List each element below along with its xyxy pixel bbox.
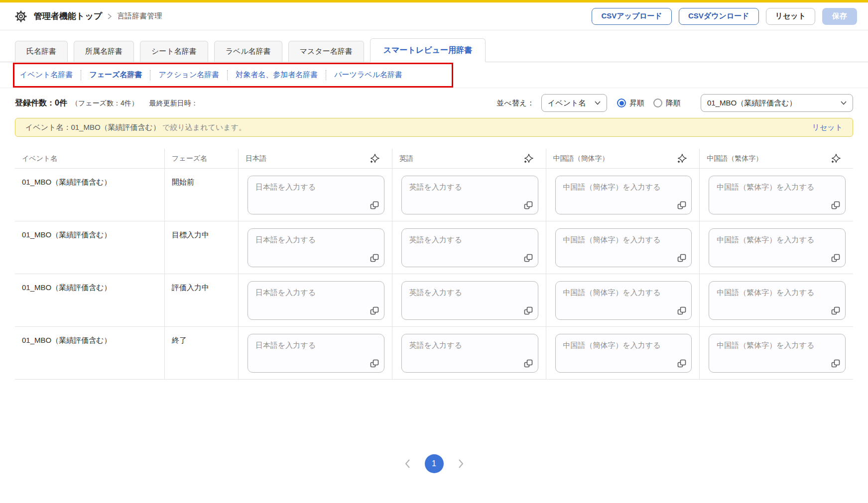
radio-descending-label: 降順 [666, 99, 681, 108]
english-input[interactable] [402, 334, 538, 372]
copy-icon[interactable] [523, 201, 533, 210]
filter-banner-text: イベント名：01_MBO（業績評価含む） で絞り込まれています。 [25, 123, 246, 132]
column-header-chinese-traditional-label: 中国語（繁体字） [707, 154, 762, 163]
copy-icon[interactable] [677, 359, 687, 369]
chinese-traditional-input[interactable] [709, 176, 845, 214]
copy-icon[interactable] [831, 201, 841, 210]
sort-order-group: 昇順 降順 [617, 99, 681, 108]
japanese-input-box [248, 281, 384, 320]
table-header-row: イベント名 フェーズ名 日本語 英語 中国語（簡体字） 中国語（繁体字） [15, 149, 853, 169]
copy-icon[interactable] [677, 201, 687, 210]
sort-key-select[interactable]: イベント名 [541, 94, 607, 112]
copy-icon[interactable] [831, 306, 841, 316]
subtab-divider [81, 70, 81, 80]
radio-ascending[interactable]: 昇順 [617, 99, 644, 108]
column-header-japanese: 日本語 [238, 149, 392, 168]
cell-phase-name: 目標入力中 [164, 221, 238, 274]
radio-ascending-circle [617, 99, 626, 107]
japanese-input[interactable] [248, 176, 384, 214]
cell-chinese-traditional [699, 274, 853, 326]
csv-download-button[interactable]: CSVダウンロード [679, 8, 759, 25]
tab-smart-review-dictionary[interactable]: スマートレビュー用辞書 [370, 38, 486, 62]
registered-count: 登録件数：0件 [15, 98, 67, 108]
copy-icon[interactable] [370, 253, 379, 263]
japanese-input[interactable] [248, 282, 384, 319]
tab-name-dictionary[interactable]: 氏名辞書 [15, 41, 68, 62]
gear-icon [15, 10, 27, 22]
cell-phase-name: 終了 [164, 327, 238, 379]
japanese-input[interactable] [248, 334, 384, 372]
english-input[interactable] [402, 282, 538, 319]
radio-descending[interactable]: 降順 [653, 99, 681, 108]
subtabs: イベント名辞書 フェーズ名辞書 アクション名辞書 対象者名、参加者名辞書 パーツ… [0, 62, 868, 88]
english-input[interactable] [402, 176, 538, 214]
copy-icon[interactable] [370, 359, 379, 369]
subtabs-section: イベント名辞書 フェーズ名辞書 アクション名辞書 対象者名、参加者名辞書 パーツ… [0, 62, 868, 88]
copy-icon[interactable] [370, 201, 379, 210]
chinese-simplified-input[interactable] [556, 229, 692, 267]
english-input-box [401, 281, 538, 320]
auto-translate-sparkle-icon[interactable] [523, 153, 534, 164]
copy-icon[interactable] [831, 359, 841, 369]
copy-icon[interactable] [677, 306, 687, 316]
copy-icon[interactable] [370, 306, 379, 316]
csv-upload-button[interactable]: CSVアップロード [592, 8, 672, 25]
save-button[interactable]: 保存 [822, 8, 857, 25]
tab-label-dictionary[interactable]: ラベル名辞書 [214, 41, 282, 62]
reset-button[interactable]: リセット [766, 8, 815, 25]
copy-icon[interactable] [523, 359, 533, 369]
copy-icon[interactable] [523, 253, 533, 263]
subtab-event-name[interactable]: イベント名辞書 [20, 70, 73, 80]
pagination-page-1[interactable]: 1 [425, 454, 444, 473]
chinese-simplified-input[interactable] [556, 282, 692, 319]
chinese-traditional-input[interactable] [709, 282, 845, 319]
sort-key-value: イベント名 [548, 99, 586, 108]
copy-icon[interactable] [677, 253, 687, 263]
cell-english [392, 274, 546, 326]
subtab-parts-label-name[interactable]: パーツラベル名辞書 [334, 70, 402, 80]
event-filter-select[interactable]: 01_MBO（業績評価含む） [701, 94, 853, 112]
filter-banner: イベント名：01_MBO（業績評価含む） で絞り込まれています。 リセット [15, 118, 853, 137]
chinese-traditional-input[interactable] [709, 334, 845, 372]
stats-sort-row: 登録件数：0件 （フェーズ数：4件） 最終更新日時： 並べ替え： イベント名 昇… [0, 88, 868, 118]
column-header-phase: フェーズ名 [164, 149, 238, 168]
subtab-target-participant-name[interactable]: 対象者名、参加者名辞書 [236, 70, 318, 80]
cell-japanese [238, 169, 392, 221]
table-row: 01_MBO（業績評価含む） 目標入力中 [15, 221, 853, 274]
copy-icon[interactable] [523, 306, 533, 316]
english-input[interactable] [402, 229, 538, 267]
cell-japanese [238, 274, 392, 326]
cell-chinese-traditional [699, 169, 853, 221]
auto-translate-sparkle-icon[interactable] [676, 153, 687, 164]
auto-translate-sparkle-icon[interactable] [369, 153, 380, 164]
table-row: 01_MBO（業績評価含む） 評価入力中 [15, 274, 853, 327]
cell-japanese [238, 221, 392, 274]
chinese-simplified-input[interactable] [556, 176, 692, 214]
column-header-chinese-simplified: 中国語（簡体字） [546, 149, 700, 168]
japanese-input[interactable] [248, 229, 384, 267]
pagination-next-icon[interactable] [458, 458, 465, 469]
auto-translate-sparkle-icon[interactable] [830, 153, 841, 164]
cell-chinese-traditional [699, 327, 853, 379]
subtab-phase-name[interactable]: フェーズ名辞書 [89, 70, 142, 80]
subtab-action-name[interactable]: アクション名辞書 [158, 70, 219, 80]
filter-reset-link[interactable]: リセット [812, 123, 843, 132]
stats: 登録件数：0件 （フェーズ数：4件） 最終更新日時： [15, 98, 198, 108]
tab-department-dictionary[interactable]: 所属名辞書 [74, 41, 134, 62]
tab-sheet-dictionary[interactable]: シート名辞書 [140, 41, 208, 62]
cell-event-name: 01_MBO（業績評価含む） [15, 169, 164, 221]
pagination-prev-icon[interactable] [404, 458, 411, 469]
chinese-traditional-input-box [709, 176, 846, 214]
chinese-simplified-input-box [555, 281, 692, 320]
column-header-chinese-traditional: 中国語（繁体字） [699, 149, 853, 168]
phase-count: （フェーズ数：4件） [71, 99, 138, 108]
chinese-traditional-input[interactable] [709, 229, 845, 267]
chinese-traditional-input-box [709, 281, 846, 320]
breadcrumb-root[interactable]: 管理者機能トップ [34, 10, 102, 22]
chinese-simplified-input[interactable] [556, 334, 692, 372]
table-row: 01_MBO（業績評価含む） 開始前 [15, 169, 853, 221]
chinese-simplified-input-box [555, 334, 692, 373]
japanese-input-box [248, 334, 384, 373]
tab-master-dictionary[interactable]: マスター名辞書 [288, 41, 364, 62]
copy-icon[interactable] [831, 253, 841, 263]
